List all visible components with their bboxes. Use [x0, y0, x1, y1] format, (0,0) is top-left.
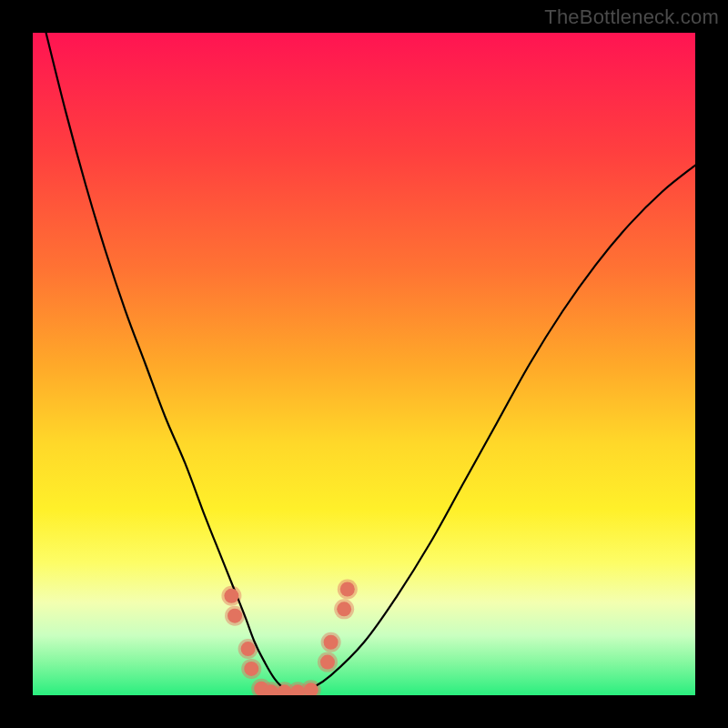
curve-highlight-markers [224, 582, 354, 695]
marker-dot [241, 642, 256, 656]
marker-dot [320, 655, 335, 670]
marker-dot [340, 582, 355, 597]
marker-dot [244, 662, 258, 676]
chart-frame: TheBottleneck.com [0, 0, 728, 728]
marker-dot [224, 589, 238, 603]
curve-highlight-bg [221, 580, 357, 695]
chart-svg [33, 33, 695, 695]
marker-dot [337, 602, 351, 616]
bottleneck-curve [46, 33, 695, 694]
watermark-text: TheBottleneck.com [544, 5, 719, 29]
chart-plot-area [33, 33, 695, 695]
marker-dot [228, 609, 242, 623]
marker-dot [324, 635, 339, 650]
